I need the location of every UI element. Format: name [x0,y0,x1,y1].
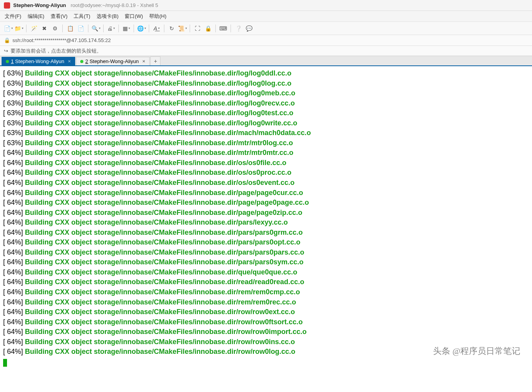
terminal-line: [ 64%] Building CXX object storage/innob… [3,178,529,188]
address-bar: 🔒 ssh://root:****************@47.105.174… [0,35,532,46]
help-button[interactable]: ❔ [234,24,243,33]
print-button[interactable]: 🖨 [107,24,115,33]
session-hint-bar: ↪ 要添加当前会话，点击左侧的箭头按钮。 [0,46,532,56]
tab-strip: 1 Stephen-Wong-Aliyun ✕ 2 Stephen-Wong-A… [0,56,532,66]
title-bar: Stephen-Wong-Aliyun root@odysee:~/mysql-… [0,0,532,11]
terminal-line: [ 64%] Building CXX object storage/innob… [3,228,529,238]
tab-add[interactable]: + [150,56,160,65]
reconnect-button[interactable]: 🪄 [30,24,38,33]
terminal-line: [ 64%] Building CXX object storage/innob… [3,267,529,278]
watermark: 头条 @程序员日常笔记 [433,345,520,357]
feedback-button[interactable]: 💬 [245,24,253,33]
refresh-button[interactable]: ↻ [167,24,176,33]
separator [134,25,134,32]
tab-1[interactable]: 1 Stephen-Wong-Aliyun ✕ [2,57,75,65]
fullscreen-button[interactable]: ⛶ [193,24,202,33]
separator [88,25,88,32]
lock-button[interactable]: 🔒 [204,24,212,33]
app-icon [4,2,10,9]
separator [164,25,164,32]
terminal-line: [ 64%] Building CXX object storage/innob… [3,307,529,317]
lock-icon: 🔒 [4,37,10,43]
terminal-line: [ 64%] Building CXX object storage/innob… [3,148,529,158]
layout-button[interactable]: ▦ [122,24,130,33]
separator [118,25,119,32]
terminal-line: [ 63%] Building CXX object storage/innob… [3,128,529,138]
separator [26,25,26,32]
new-session-button[interactable]: 📄 [4,24,12,33]
keyboard-button[interactable]: ⌨ [219,24,227,33]
separator [103,25,104,32]
find-button[interactable]: 🔍 [92,24,100,33]
title-session: Stephen-Wong-Aliyun [13,2,66,8]
session-hint-text: 要添加当前会话，点击左侧的箭头按钮。 [11,47,102,54]
font-button[interactable]: A͟ [152,24,161,33]
terminal-line: [ 64%] Building CXX object storage/innob… [3,327,529,337]
terminal-line: [ 64%] Building CXX object storage/innob… [3,198,529,208]
close-icon[interactable]: ✕ [68,59,71,63]
menu-window[interactable]: 窗口(W) [125,13,143,20]
terminal-line: [ 64%] Building CXX object storage/innob… [3,317,529,327]
tab-1-label: Stephen-Wong-Aliyun [14,58,64,64]
status-dot-icon [6,60,9,63]
copy-button[interactable]: 📋 [66,24,74,33]
tab-2-label: Stephen-Wong-Aliyun [88,58,139,64]
separator [149,25,149,32]
title-path: root@odysee:~/mysql-8.0.19 - Xshell 5 [71,2,159,8]
terminal-line: [ 64%] Building CXX object storage/innob… [3,208,529,218]
terminal-line: [ 64%] Building CXX object storage/innob… [3,218,529,228]
encoding-button[interactable]: 🌐 [137,24,146,33]
menu-edit[interactable]: 编辑(E) [28,13,44,20]
terminal-line: [ 63%] Building CXX object storage/innob… [3,88,529,98]
script-button[interactable]: 📜 [178,24,187,33]
terminal[interactable]: [ 63%] Building CXX object storage/innob… [0,66,532,392]
terminal-line: [ 64%] Building CXX object storage/innob… [3,158,529,168]
terminal-line: [ 63%] Building CXX object storage/innob… [3,138,529,148]
menu-bar: 文件(F) 编辑(E) 查看(V) 工具(T) 选项卡(B) 窗口(W) 帮助(… [0,11,532,22]
open-button[interactable]: 📁 [14,24,23,33]
terminal-line: [ 63%] Building CXX object storage/innob… [3,108,529,118]
terminal-line: [ 64%] Building CXX object storage/innob… [3,257,529,267]
separator [215,25,216,32]
terminal-line: [ 64%] Building CXX object storage/innob… [3,168,529,178]
disconnect-button[interactable]: ✖ [40,24,49,33]
terminal-line: [ 64%] Building CXX object storage/innob… [3,287,529,297]
separator [62,25,63,32]
close-icon[interactable]: ✕ [142,59,145,63]
menu-file[interactable]: 文件(F) [5,13,21,20]
terminal-line: [ 63%] Building CXX object storage/innob… [3,79,529,89]
separator [190,25,190,32]
menu-tabs[interactable]: 选项卡(B) [97,13,118,20]
address-text[interactable]: ssh://root:****************@47.105.174.5… [12,37,111,43]
arrow-icon[interactable]: ↪ [4,48,8,54]
terminal-line: [ 64%] Building CXX object storage/innob… [3,237,529,248]
tab-2[interactable]: 2 Stephen-Wong-Aliyun ✕ [76,57,150,65]
terminal-line: [ 63%] Building CXX object storage/innob… [3,69,529,79]
terminal-line: [ 64%] Building CXX object storage/innob… [3,248,529,258]
terminal-line: [ 63%] Building CXX object storage/innob… [3,118,529,128]
terminal-line: [ 64%] Building CXX object storage/innob… [3,188,529,198]
properties-button[interactable]: ⚙ [51,24,59,33]
menu-view[interactable]: 查看(V) [51,13,67,20]
menu-tools[interactable]: 工具(T) [74,13,90,20]
terminal-line: [ 64%] Building CXX object storage/innob… [3,277,529,287]
paste-button[interactable]: 📄 [76,24,85,33]
terminal-line: [ 63%] Building CXX object storage/innob… [3,98,529,109]
toolbar: 📄 📁 🪄 ✖ ⚙ 📋 📄 🔍 🖨 ▦ 🌐 A͟ ↻ 📜 ⛶ 🔒 ⌨ ❔ 💬 [0,22,532,35]
status-dot-icon [80,60,83,63]
menu-help[interactable]: 帮助(H) [149,13,166,20]
terminal-line: [ 64%] Building CXX object storage/innob… [3,297,529,308]
cursor [3,359,7,367]
separator [231,25,231,32]
